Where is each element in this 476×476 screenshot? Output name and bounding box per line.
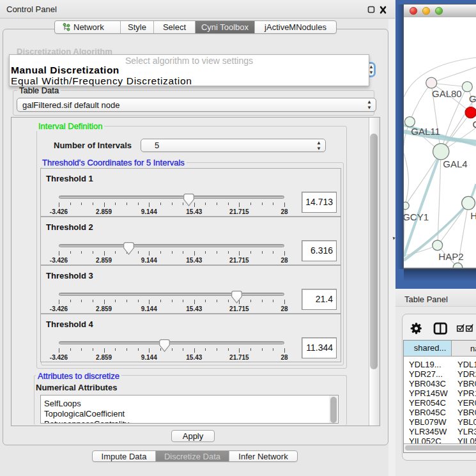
svg-text:GA: GA — [469, 93, 476, 104]
svg-text:H: H — [470, 210, 476, 221]
svg-text:GAL80: GAL80 — [432, 88, 462, 99]
svg-text:GAL4: GAL4 — [443, 158, 467, 169]
svg-text:C: C — [473, 119, 476, 130]
svg-text:GAL11: GAL11 — [411, 126, 440, 137]
svg-text:HAP2: HAP2 — [438, 251, 463, 262]
svg-text:GCY1: GCY1 — [403, 211, 429, 222]
